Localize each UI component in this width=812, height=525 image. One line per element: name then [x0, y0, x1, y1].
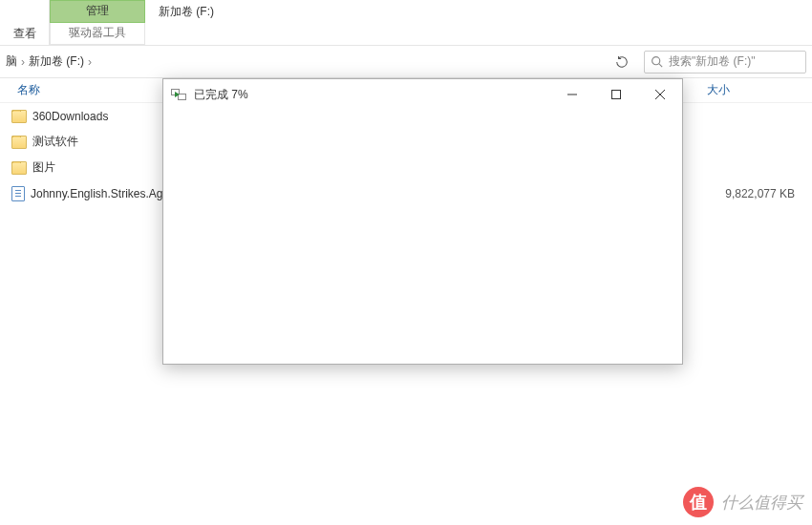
copy-transfer-icon — [171, 89, 186, 100]
refresh-icon — [615, 55, 629, 69]
ribbon-blank-top — [0, 0, 50, 23]
close-icon — [655, 90, 665, 99]
folder-icon — [11, 136, 27, 149]
breadcrumb-current[interactable]: 新加卷 (F:) — [29, 53, 84, 70]
svg-rect-3 — [612, 91, 621, 99]
watermark-badge-icon: 值 — [683, 487, 714, 517]
tab-drive-tools[interactable]: 驱动器工具 — [50, 23, 145, 45]
file-size: 9,822,077 KB — [707, 187, 812, 200]
dialog-title: 已完成 7% — [194, 87, 550, 103]
maximize-icon — [611, 90, 621, 99]
refresh-button[interactable] — [606, 51, 638, 74]
ribbon-left: 查看 — [0, 0, 50, 45]
folder-icon — [11, 110, 27, 123]
breadcrumb-sep-icon: › — [21, 55, 25, 69]
file-name: 图片 — [32, 159, 55, 176]
tab-view[interactable]: 查看 — [0, 23, 50, 46]
search-placeholder: 搜索"新加卷 (F:)" — [669, 53, 756, 70]
watermark-text: 什么值得买 — [721, 492, 802, 514]
dialog-titlebar[interactable]: 已完成 7% — [163, 79, 682, 110]
close-button[interactable] — [638, 79, 682, 110]
folder-icon — [11, 161, 27, 175]
copy-progress-dialog: 已完成 7% — [162, 78, 683, 365]
search-input[interactable]: 搜索"新加卷 (F:)" — [644, 51, 806, 74]
tab-manage[interactable]: 管理 — [50, 0, 145, 23]
svg-line-1 — [659, 64, 662, 67]
address-bar-row: 脑 › 新加卷 (F:) › 搜索"新加卷 (F:)" — [0, 46, 812, 78]
file-name: 360Downloads — [32, 110, 108, 123]
svg-point-0 — [652, 57, 660, 65]
minimize-button[interactable] — [550, 79, 594, 110]
window-buttons — [550, 79, 682, 110]
file-icon — [11, 186, 25, 201]
watermark: 值 什么值得买 — [683, 487, 802, 517]
file-name: 测试软件 — [32, 134, 78, 150]
search-icon — [651, 55, 663, 68]
ribbon-mid: 管理 驱动器工具 — [50, 0, 145, 45]
column-header-size[interactable]: 大小 — [707, 82, 812, 98]
breadcrumb-sep-icon: › — [88, 55, 92, 69]
breadcrumb[interactable]: 脑 › 新加卷 (F:) › — [6, 53, 600, 70]
ribbon: 查看 管理 驱动器工具 新加卷 (F:) — [0, 0, 812, 46]
maximize-button[interactable] — [594, 79, 638, 110]
breadcrumb-root[interactable]: 脑 — [6, 53, 17, 70]
minimize-icon — [567, 90, 577, 99]
window-title: 新加卷 (F:) — [145, 0, 227, 45]
